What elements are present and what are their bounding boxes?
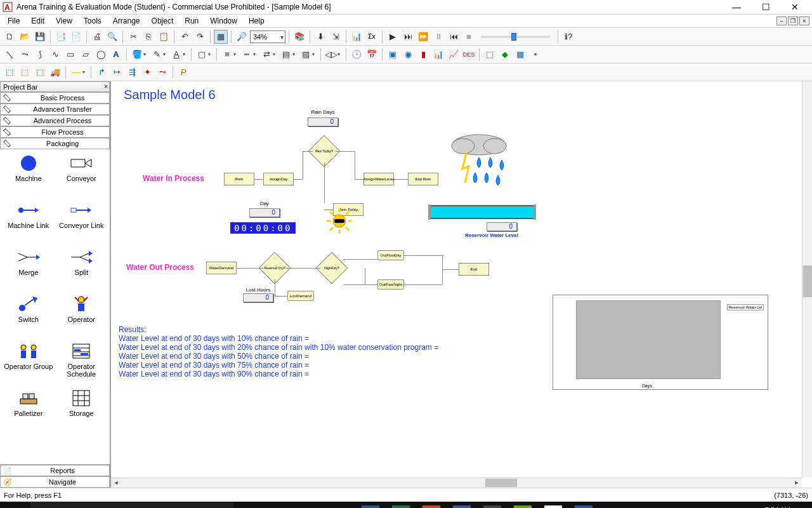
print-icon[interactable]: 🖨 [90,30,104,44]
palette-machine[interactable]: Machine [3,152,55,196]
palette-operator[interactable]: Operator [56,293,108,337]
menu-edit[interactable]: Edit [26,15,49,27]
vertical-scrollbar[interactable] [802,81,812,478]
mod-outflowday[interactable]: OutFlowDay [377,250,404,260]
mod-raintoday-decision[interactable]: Rain Today? [313,140,336,163]
flip-horizontal-icon[interactable]: ◁▷ [324,48,338,62]
minimize-button[interactable]: — [722,0,751,14]
line-icon[interactable]: ＼ [3,48,16,62]
mod-outflownight[interactable]: OutFlowNight [377,279,404,290]
anim-text-icon[interactable]: DES [462,48,476,62]
fill-pattern-dd[interactable]: ▾ [312,51,317,57]
anim-date-icon[interactable]: 📅 [365,48,379,62]
anim-var-icon[interactable]: ▣ [386,48,400,62]
input-analyzer-icon[interactable]: 📊 [350,30,363,44]
cat-basic-process[interactable]: Basic Process [0,92,110,104]
palette-merge[interactable]: Merge [3,246,55,290]
mdi-restore[interactable]: ❐ [788,17,798,25]
menu-arrange[interactable]: Arrange [108,15,145,27]
cat-navigate[interactable]: 🧭Navigate [0,476,110,488]
palette-operator-schedule[interactable]: Operator Schedule [56,340,108,384]
new-icon[interactable]: 🗋 [3,30,16,44]
palette-storage[interactable]: Storage [56,387,108,431]
arrow-style-dd[interactable]: ▾ [273,51,278,57]
projectbar-close-icon[interactable]: × [104,83,108,90]
anim-link-icon[interactable]: ⤳ [155,65,169,79]
hscroll-right-icon[interactable]: ► [792,478,802,487]
speed-slider[interactable] [481,36,551,38]
run-go-icon[interactable]: ▶ [386,30,400,44]
maximize-button[interactable]: ☐ [751,0,780,14]
menu-object[interactable]: Object [147,15,179,27]
mod-lostdemand[interactable]: LostDemand [287,291,314,301]
print-preview-icon[interactable]: 🔍 [105,30,119,44]
menu-window[interactable]: Window [205,15,242,27]
palette-conveyor[interactable]: Conveyor [56,152,108,196]
polygon-icon[interactable]: ▱ [79,48,93,62]
taskbar-search[interactable]: ⌕ Type here to search [30,502,233,508]
anim-storage-icon[interactable]: ⬚ [3,65,16,79]
run-start-over-icon[interactable]: ⏮ [447,30,461,44]
context-help-icon[interactable]: ℹ? [561,30,575,44]
anim-histogram-icon[interactable]: 📊 [431,48,445,62]
bezier-icon[interactable]: ∿ [48,48,62,62]
task-powerpoint[interactable]: P [422,505,440,508]
task-visio[interactable]: V [453,505,471,508]
anim-queue-icon[interactable]: ⬚ [483,48,497,62]
insert-submodel-icon[interactable]: ⇲ [329,30,343,44]
anim-distance-icon[interactable]: ↦ [110,65,124,79]
cat-advanced-process[interactable]: Advanced Process [0,115,110,126]
hscroll-left-icon[interactable]: ◄ [111,478,121,487]
save-icon[interactable]: 💾 [33,30,47,44]
cat-reports[interactable]: 📄Reports [0,465,110,476]
mod-endrain[interactable]: End Rain [408,173,438,185]
flip-dd[interactable]: ▾ [337,51,343,57]
window-bg-dd[interactable]: ▾ [208,51,213,57]
zoom-combo[interactable]: 34% [250,30,285,43]
run-step-icon[interactable]: ⏭ [401,30,415,44]
line-color-dd[interactable]: ▾ [163,51,168,57]
line-width-icon[interactable]: ≡ [220,48,234,62]
undo-icon[interactable]: ↶ [178,30,192,44]
line-style-dd[interactable]: ▾ [253,51,258,57]
fill-color-dd[interactable]: ▾ [143,51,148,57]
mod-rain[interactable]: Rain [224,173,254,185]
task-arena[interactable]: A [544,505,562,508]
cat-packaging[interactable]: Packaging [0,138,110,149]
task-word[interactable]: W [362,505,379,508]
anim-plot-icon[interactable]: 📈 [447,48,461,62]
palette-conveyor-link[interactable]: Conveyor Link [56,199,108,243]
open-icon[interactable]: 📂 [18,30,32,44]
palette-machine-link[interactable]: Machine Link [3,199,55,243]
menu-tools[interactable]: Tools [79,15,107,27]
palette-split[interactable]: Split [56,246,108,290]
palette-palletizer[interactable]: Palletizer [3,387,55,431]
anim-intersection-icon[interactable]: ✦ [140,65,154,79]
polyline-icon[interactable]: ⤳ [18,48,32,62]
mod-reservoir-dry[interactable]: Reservoir Dry? [263,257,286,279]
text-color-dd[interactable]: ▾ [183,51,188,57]
task-app2[interactable]: ▮ [514,505,532,508]
menu-run[interactable]: Run [180,15,204,27]
mod-nightday[interactable]: NightDay? [320,257,343,279]
copy-icon[interactable]: ⎘ [141,30,155,44]
anim-resource-icon[interactable]: ◆ [498,48,512,62]
task-word2[interactable]: W [575,505,593,508]
mod-assignwaterlevel[interactable]: AssignWaterLevel [363,173,394,185]
horizontal-scrollbar[interactable]: ◄ ► [111,478,802,488]
text-icon[interactable]: A [109,48,123,62]
anim-segment-icon[interactable]: — [69,65,83,79]
run-stop-icon[interactable]: ■ [462,30,476,44]
box-icon[interactable]: ▭ [63,48,77,62]
menu-file[interactable]: File [3,15,25,27]
fill-pattern-icon[interactable]: ▨ [299,48,313,62]
run-fastforward-icon[interactable]: ⏩ [416,30,430,44]
line-pattern-icon[interactable]: ▤ [279,48,293,62]
arc-icon[interactable]: ⟆ [33,48,47,62]
task-excel[interactable]: X [392,505,410,508]
anim-level-icon[interactable]: ▮ [416,48,430,62]
line-pattern-dd[interactable]: ▾ [292,51,298,57]
cat-advanced-transfer[interactable]: Advanced Transfer [0,104,110,115]
line-color-icon[interactable]: ✎ [150,48,164,62]
task-explorer[interactable]: 📁 [325,502,355,508]
